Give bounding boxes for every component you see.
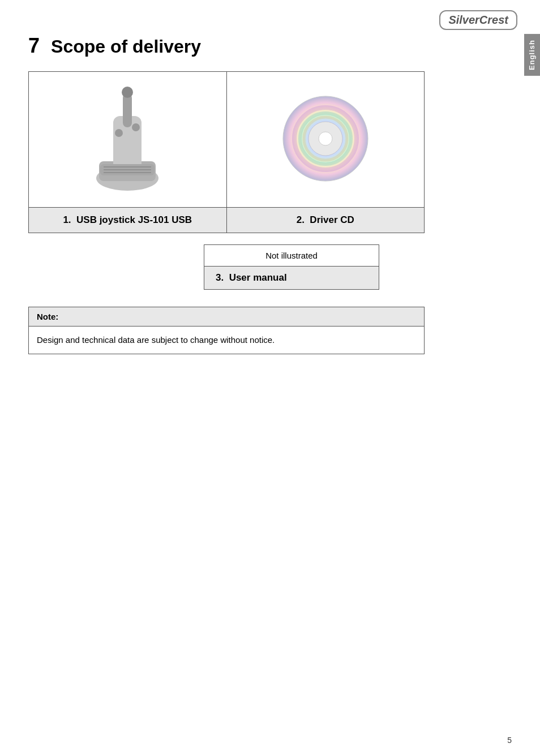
joystick-label: USB joystick JS-101 USB: [76, 214, 192, 225]
logo-area: SilverCrest: [439, 10, 517, 30]
main-content: 7 Scope of delivery: [0, 0, 523, 377]
user-manual-number: 3.: [216, 272, 224, 283]
cd-number: 2.: [297, 214, 305, 225]
cd-icon: [280, 93, 371, 184]
joystick-icon: [88, 82, 167, 195]
svg-point-4: [122, 87, 133, 98]
not-illustrated-box: Not illustrated 3. User manual: [204, 244, 379, 290]
not-illustrated-header: Not illustrated: [204, 245, 379, 267]
svg-point-5: [132, 123, 140, 131]
cd-label-cell: 2. Driver CD: [226, 208, 425, 233]
cd-image-cell: [226, 72, 425, 208]
section-number: 7: [28, 34, 40, 58]
language-tab: English: [524, 34, 540, 76]
images-row: [29, 72, 425, 208]
brand-logo: SilverCrest: [439, 10, 517, 30]
cd-label: Driver CD: [310, 214, 354, 225]
joystick-label-cell: 1. USB joystick JS-101 USB: [29, 208, 227, 233]
joystick-number: 1.: [63, 214, 71, 225]
logo-text: SilverCrest: [448, 14, 508, 26]
labels-row: 1. USB joystick JS-101 USB 2. Driver CD: [29, 208, 425, 233]
note-box: Note: Design and technical data are subj…: [28, 307, 425, 354]
user-manual-text: User manual: [229, 272, 287, 283]
user-manual-label: 3. User manual: [204, 267, 379, 289]
delivery-table: 1. USB joystick JS-101 USB 2. Driver CD: [28, 71, 425, 233]
note-body: Design and technical data are subject to…: [29, 327, 424, 354]
joystick-image-cell: [29, 72, 227, 208]
section-title: Scope of delivery: [51, 36, 201, 57]
svg-rect-3: [123, 93, 132, 127]
note-header: Note:: [29, 307, 424, 327]
section-heading: 7 Scope of delivery: [28, 34, 495, 58]
page-number: 5: [507, 736, 512, 745]
svg-point-6: [115, 129, 123, 137]
svg-point-13: [319, 132, 332, 145]
